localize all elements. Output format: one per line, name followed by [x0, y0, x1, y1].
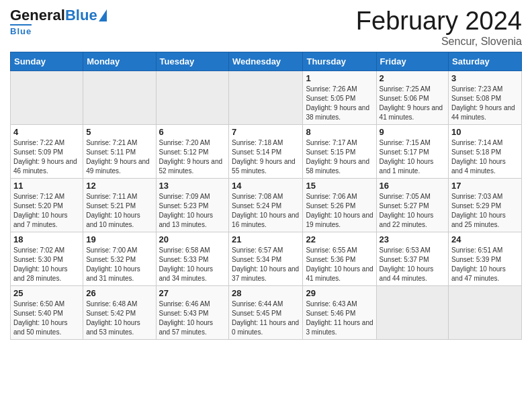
day-info: Sunrise: 7:15 AMSunset: 5:17 PMDaylight:…: [380, 138, 445, 176]
day-number: 6: [159, 127, 226, 137]
day-info: Sunrise: 7:26 AMSunset: 5:05 PMDaylight:…: [306, 85, 373, 122]
day-number: 10: [451, 127, 519, 137]
calendar-cell: 4Sunrise: 7:22 AMSunset: 5:09 PMDaylight…: [11, 125, 83, 179]
calendar-cell: 22Sunrise: 6:55 AMSunset: 5:36 PMDayligh…: [303, 232, 376, 286]
calendar-table: SundayMondayTuesdayWednesdayThursdayFrid…: [10, 52, 522, 340]
day-number: 13: [159, 181, 226, 191]
calendar-cell: 3Sunrise: 7:23 AMSunset: 5:08 PMDaylight…: [449, 71, 522, 125]
day-number: 23: [380, 234, 445, 244]
day-number: 7: [232, 127, 300, 137]
day-number: 26: [86, 288, 152, 298]
header: GeneralBlue Blue February 2024 Sencur, S…: [10, 7, 522, 48]
day-info: Sunrise: 6:46 AMSunset: 5:43 PMDaylight:…: [159, 300, 226, 337]
day-info: Sunrise: 7:17 AMSunset: 5:15 PMDaylight:…: [306, 138, 373, 176]
day-info: Sunrise: 7:20 AMSunset: 5:12 PMDaylight:…: [159, 138, 226, 176]
day-number: 12: [86, 181, 152, 191]
logo-text: GeneralBlue: [10, 7, 107, 24]
calendar-cell: 23Sunrise: 6:53 AMSunset: 5:37 PMDayligh…: [376, 232, 448, 286]
day-info: Sunrise: 7:02 AMSunset: 5:30 PMDaylight:…: [13, 246, 80, 283]
day-info: Sunrise: 7:03 AMSunset: 5:29 PMDaylight:…: [451, 192, 519, 230]
day-info: Sunrise: 6:51 AMSunset: 5:39 PMDaylight:…: [451, 246, 519, 283]
calendar-cell: 10Sunrise: 7:14 AMSunset: 5:18 PMDayligh…: [449, 125, 522, 179]
calendar-cell: 14Sunrise: 7:08 AMSunset: 5:24 PMDayligh…: [229, 179, 303, 232]
logo-general-text: General: [10, 7, 65, 24]
day-number: 2: [380, 73, 445, 83]
calendar-cell: 24Sunrise: 6:51 AMSunset: 5:39 PMDayligh…: [449, 232, 522, 286]
calendar-cell: [156, 71, 229, 125]
calendar-week-row: 18Sunrise: 7:02 AMSunset: 5:30 PMDayligh…: [11, 232, 522, 286]
calendar-cell: 5Sunrise: 7:21 AMSunset: 5:11 PMDaylight…: [83, 125, 156, 179]
calendar-cell: [376, 286, 448, 340]
calendar-cell: 16Sunrise: 7:05 AMSunset: 5:27 PMDayligh…: [376, 179, 448, 232]
day-info: Sunrise: 6:48 AMSunset: 5:42 PMDaylight:…: [86, 300, 152, 337]
day-info: Sunrise: 6:50 AMSunset: 5:40 PMDaylight:…: [13, 300, 80, 337]
day-number: 22: [306, 234, 373, 244]
day-info: Sunrise: 7:22 AMSunset: 5:09 PMDaylight:…: [13, 138, 80, 176]
calendar-cell: 9Sunrise: 7:15 AMSunset: 5:17 PMDaylight…: [376, 125, 448, 179]
calendar-cell: 1Sunrise: 7:26 AMSunset: 5:05 PMDaylight…: [303, 71, 376, 125]
calendar-cell: 8Sunrise: 7:17 AMSunset: 5:15 PMDaylight…: [303, 125, 376, 179]
calendar-cell: 28Sunrise: 6:44 AMSunset: 5:45 PMDayligh…: [229, 286, 303, 340]
day-number: 9: [380, 127, 445, 137]
calendar-day-header: Thursday: [303, 52, 376, 71]
calendar-day-header: Friday: [376, 52, 448, 71]
day-number: 16: [380, 181, 445, 191]
day-number: 17: [451, 181, 519, 191]
day-info: Sunrise: 7:18 AMSunset: 5:14 PMDaylight:…: [232, 138, 300, 176]
calendar-day-header: Monday: [83, 52, 156, 71]
day-number: 11: [13, 181, 80, 191]
day-info: Sunrise: 7:00 AMSunset: 5:32 PMDaylight:…: [86, 246, 152, 283]
calendar-cell: [11, 71, 83, 125]
calendar-week-row: 25Sunrise: 6:50 AMSunset: 5:40 PMDayligh…: [11, 286, 522, 340]
calendar-cell: [449, 286, 522, 340]
calendar-week-row: 1Sunrise: 7:26 AMSunset: 5:05 PMDaylight…: [11, 71, 522, 125]
calendar-cell: 17Sunrise: 7:03 AMSunset: 5:29 PMDayligh…: [449, 179, 522, 232]
day-info: Sunrise: 7:06 AMSunset: 5:26 PMDaylight:…: [306, 192, 373, 230]
day-info: Sunrise: 7:11 AMSunset: 5:21 PMDaylight:…: [86, 192, 152, 230]
day-info: Sunrise: 7:12 AMSunset: 5:20 PMDaylight:…: [13, 192, 80, 230]
day-info: Sunrise: 7:05 AMSunset: 5:27 PMDaylight:…: [380, 192, 445, 230]
calendar-cell: 15Sunrise: 7:06 AMSunset: 5:26 PMDayligh…: [303, 179, 376, 232]
calendar-cell: 21Sunrise: 6:57 AMSunset: 5:34 PMDayligh…: [229, 232, 303, 286]
day-info: Sunrise: 7:25 AMSunset: 5:06 PMDaylight:…: [380, 85, 445, 122]
day-number: 24: [451, 234, 519, 244]
day-number: 27: [159, 288, 226, 298]
calendar-day-header: Wednesday: [229, 52, 303, 71]
day-info: Sunrise: 6:43 AMSunset: 5:46 PMDaylight:…: [306, 300, 373, 337]
day-number: 21: [232, 234, 300, 244]
day-info: Sunrise: 6:57 AMSunset: 5:34 PMDaylight:…: [232, 246, 300, 283]
calendar-day-header: Tuesday: [156, 52, 229, 71]
day-number: 5: [86, 127, 152, 137]
calendar-cell: [83, 71, 156, 125]
calendar-cell: 12Sunrise: 7:11 AMSunset: 5:21 PMDayligh…: [83, 179, 156, 232]
page-container: GeneralBlue Blue February 2024 Sencur, S…: [0, 0, 532, 347]
calendar-cell: 19Sunrise: 7:00 AMSunset: 5:32 PMDayligh…: [83, 232, 156, 286]
calendar-cell: 26Sunrise: 6:48 AMSunset: 5:42 PMDayligh…: [83, 286, 156, 340]
title-block: February 2024 Sencur, Slovenia: [356, 7, 522, 48]
day-number: 20: [159, 234, 226, 244]
day-number: 1: [306, 73, 373, 83]
logo-blue-text: Blue: [65, 7, 97, 24]
day-info: Sunrise: 7:23 AMSunset: 5:08 PMDaylight:…: [451, 85, 519, 122]
day-number: 4: [13, 127, 80, 137]
logo-icon: [99, 9, 107, 21]
day-info: Sunrise: 6:44 AMSunset: 5:45 PMDaylight:…: [232, 300, 300, 337]
day-info: Sunrise: 7:08 AMSunset: 5:24 PMDaylight:…: [232, 192, 300, 230]
calendar-day-header: Sunday: [11, 52, 83, 71]
day-info: Sunrise: 6:53 AMSunset: 5:37 PMDaylight:…: [380, 246, 445, 283]
calendar-cell: 6Sunrise: 7:20 AMSunset: 5:12 PMDaylight…: [156, 125, 229, 179]
day-number: 18: [13, 234, 80, 244]
day-number: 29: [306, 288, 373, 298]
calendar-cell: 11Sunrise: 7:12 AMSunset: 5:20 PMDayligh…: [11, 179, 83, 232]
day-info: Sunrise: 6:58 AMSunset: 5:33 PMDaylight:…: [159, 246, 226, 283]
day-number: 8: [306, 127, 373, 137]
calendar-cell: [229, 71, 303, 125]
day-number: 15: [306, 181, 373, 191]
day-info: Sunrise: 7:09 AMSunset: 5:23 PMDaylight:…: [159, 192, 226, 230]
logo: GeneralBlue Blue: [10, 7, 107, 36]
day-info: Sunrise: 7:21 AMSunset: 5:11 PMDaylight:…: [86, 138, 152, 176]
calendar-cell: 13Sunrise: 7:09 AMSunset: 5:23 PMDayligh…: [156, 179, 229, 232]
month-title: February 2024: [356, 7, 522, 36]
calendar-cell: 20Sunrise: 6:58 AMSunset: 5:33 PMDayligh…: [156, 232, 229, 286]
day-number: 25: [13, 288, 80, 298]
